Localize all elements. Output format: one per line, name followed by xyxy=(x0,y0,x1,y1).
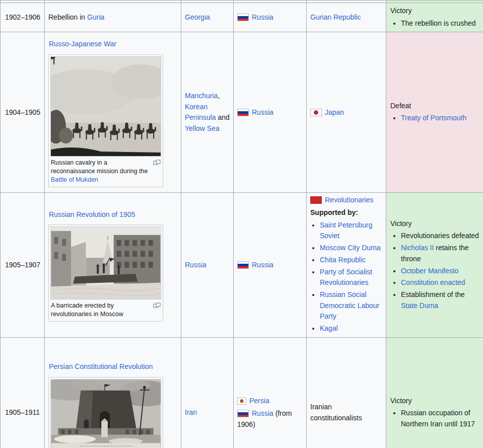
revolutionaries-link[interactable]: Revolutionaries xyxy=(325,196,374,204)
russo-japanese-war-link[interactable]: Russo-Japanese War xyxy=(49,40,116,48)
battle-of-mukden-link[interactable]: Battle of Mukden xyxy=(51,176,98,183)
result-cell: Defeat Treaty of Portsmouth xyxy=(386,32,483,193)
arg-of-tabriz-photo[interactable] xyxy=(50,379,161,448)
thumbnail-frame: Russian cavalry in a reconnaissance miss… xyxy=(48,54,163,187)
result-status: Victory xyxy=(390,396,479,407)
japan-link[interactable]: Japan xyxy=(325,108,344,116)
red-flag-icon xyxy=(310,196,322,204)
result-item-text: Revolutionaries defeated xyxy=(401,232,479,240)
supporter-item: Saint Petersburg Soviet xyxy=(320,220,382,242)
persian-constitutional-revolution-link[interactable]: Persian Constitutional Revolution xyxy=(49,362,153,370)
conflict-cell: Rebellion in Guria xyxy=(45,3,181,32)
rsdlp-link[interactable]: Russian Social Democratic Labour Party xyxy=(320,290,379,320)
russia-link[interactable]: Russia xyxy=(252,13,273,21)
location-cell: Iran xyxy=(181,337,234,448)
result-item: Russian occupation of Northern Iran unti… xyxy=(401,408,479,429)
result-cell: Victory The rebellion is crushed xyxy=(386,3,483,32)
result-list: The rebellion is crushed xyxy=(390,18,479,29)
chita-republic-link[interactable]: Chita Republic xyxy=(320,256,366,264)
date-cell: 1905–1911 xyxy=(1,337,45,448)
location-separator: and xyxy=(216,113,230,121)
treaty-of-portsmouth-link[interactable]: Treaty of Portsmouth xyxy=(401,114,466,122)
russia-flag-icon xyxy=(237,109,249,116)
october-manifesto-link[interactable]: October Manifesto xyxy=(401,267,458,275)
belligerents2-cell: Gurian Republic xyxy=(307,3,386,32)
constitution-enacted-link[interactable]: Constitution enacted xyxy=(401,278,465,286)
supported-by-label: Supported by: xyxy=(310,207,382,218)
enlarge-icon[interactable] xyxy=(153,159,161,168)
date-cell: 1902–1906 xyxy=(1,3,45,32)
table-row: 1905–1907 Russian Revolution of 1905 xyxy=(1,193,483,337)
date-cell: 1905–1907 xyxy=(1,193,45,337)
saint-petersburg-soviet-link[interactable]: Saint Petersburg Soviet xyxy=(320,221,372,240)
state-duma-link[interactable]: State Duma xyxy=(401,302,438,310)
russian-revolution-1905-link[interactable]: Russian Revolution of 1905 xyxy=(49,210,135,218)
persia-link[interactable]: Persia xyxy=(249,397,269,405)
supporter-item: Party of Socialist Revolutionaries xyxy=(320,267,382,288)
russia-link[interactable]: Russia xyxy=(252,261,273,269)
russia-link[interactable]: Russia xyxy=(252,409,273,417)
supporter-item: Chita Republic xyxy=(320,255,382,266)
result-item: Revolutionaries defeated xyxy=(401,231,479,242)
conflict-text: Rebellion in xyxy=(48,13,87,21)
barricade-photo[interactable] xyxy=(50,227,161,300)
belligerents1-cell: Persia Russia (from 1906) xyxy=(234,337,307,448)
result-item: October Manifesto xyxy=(401,266,479,277)
result-cell: Victory Russian occupation of Northern I… xyxy=(386,337,483,448)
nicholas-ii-link[interactable]: Nicholas II xyxy=(401,244,434,252)
iran-link[interactable]: Iran xyxy=(185,408,197,416)
opponent-text: Iranian constitutionalists xyxy=(310,403,362,422)
location-cell: Russia xyxy=(181,193,234,337)
enlarge-icon[interactable] xyxy=(153,302,161,311)
date-cell: 1904–1905 xyxy=(1,32,45,193)
date-range: 1902–1906 xyxy=(5,13,40,21)
belligerents1-cell: Russia xyxy=(234,32,307,193)
result-list: Revolutionaries defeated Nicholas II ret… xyxy=(390,231,479,311)
result-item-text: Establishment of the xyxy=(401,290,465,298)
result-item-text: Russian occupation of Northern Iran unti… xyxy=(401,409,475,428)
russia-flag-icon xyxy=(237,410,249,417)
manchuria-link[interactable]: Manchuria xyxy=(185,92,218,100)
yellow-sea-link[interactable]: Yellow Sea xyxy=(185,124,220,132)
supporter-item: Moscow City Duma xyxy=(320,243,382,254)
caption-text: Russian cavalry in a reconnaissance miss… xyxy=(51,159,148,175)
table-row: 1904–1905 Russo-Japanese War xyxy=(1,32,483,193)
cavalry-photo[interactable] xyxy=(50,56,161,157)
thumbnail-caption: A barricade erected by revolutionaries i… xyxy=(50,300,161,320)
result-list: Russian occupation of Northern Iran unti… xyxy=(390,408,479,429)
conflict-cell: Russian Revolution of 1905 xyxy=(45,193,181,337)
result-item: The rebellion is crushed xyxy=(401,18,479,29)
belligerents2-cell: Iranian constitutionalists xyxy=(307,337,386,448)
location-cell: Georgia xyxy=(181,3,234,32)
thumbnail-caption: Russian cavalry in a reconnaissance miss… xyxy=(50,157,161,185)
result-item: Constitution enacted xyxy=(401,277,479,288)
result-list: Treaty of Portsmouth xyxy=(390,113,479,124)
russia-flag-icon xyxy=(237,14,249,21)
korean-peninsula-link[interactable]: Korean Peninsula xyxy=(185,103,216,122)
moscow-city-duma-link[interactable]: Moscow City Duma xyxy=(320,244,381,252)
guria-link[interactable]: Guria xyxy=(87,13,104,21)
belligerents2-cell: Japan xyxy=(307,32,386,193)
table-row: 1902–1906 Rebellion in Guria Georgia Rus… xyxy=(1,3,483,32)
result-item-text: The rebellion is crushed xyxy=(401,19,476,27)
result-status: Defeat xyxy=(390,101,479,112)
caption-text: A barricade erected by revolutionaries i… xyxy=(51,302,123,318)
russia-location-link[interactable]: Russia xyxy=(185,261,206,269)
gurian-republic-link[interactable]: Gurian Republic xyxy=(310,13,361,21)
belligerents1-cell: Russia xyxy=(234,193,307,337)
russia-flag-icon xyxy=(237,261,249,269)
result-status: Victory xyxy=(390,218,479,230)
kagal-link[interactable]: Kagal xyxy=(320,324,338,332)
russia-link[interactable]: Russia xyxy=(252,108,273,116)
thumbnail-frame: Russian flag over Arg of Tabriz xyxy=(48,377,163,448)
persia-flag-icon xyxy=(237,398,246,405)
result-cell: Victory Revolutionaries defeated Nichola… xyxy=(386,193,483,337)
date-range: 1905–1911 xyxy=(5,408,40,416)
georgia-link[interactable]: Georgia xyxy=(185,13,210,21)
belligerents1-cell: Russia xyxy=(234,3,307,32)
supporter-item: Kagal xyxy=(320,323,382,334)
wars-table: 1902–1906 Rebellion in Guria Georgia Rus… xyxy=(0,0,483,448)
date-range: 1905–1907 xyxy=(5,261,40,269)
result-item: Nicholas II retains the throne xyxy=(401,243,479,264)
socialist-revolutionaries-link[interactable]: Party of Socialist Revolutionaries xyxy=(320,268,372,287)
